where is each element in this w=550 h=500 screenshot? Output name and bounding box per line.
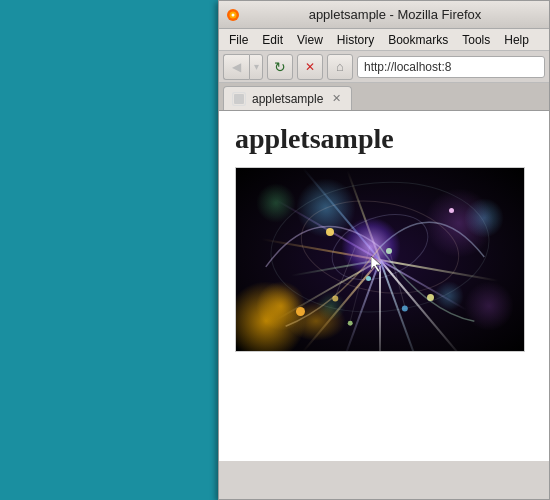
firefox-icon bbox=[225, 7, 241, 23]
menu-edit[interactable]: Edit bbox=[256, 31, 289, 49]
back-icon: ◀ bbox=[232, 60, 241, 74]
applet-container bbox=[235, 167, 525, 352]
webpage: appletsample bbox=[219, 111, 549, 461]
firefox-window: appletsample - Mozilla Firefox File Edit… bbox=[218, 0, 550, 500]
window-title: appletsample - Mozilla Firefox bbox=[247, 7, 543, 22]
page-heading: appletsample bbox=[235, 123, 533, 155]
home-icon: ⌂ bbox=[336, 59, 344, 74]
back-button[interactable]: ◀ bbox=[223, 54, 249, 80]
page-content: appletsample bbox=[219, 111, 549, 461]
tab-bar: appletsample ✕ bbox=[219, 83, 549, 111]
applet-canvas[interactable] bbox=[236, 168, 524, 351]
menu-bar: File Edit View History Bookmarks Tools H… bbox=[219, 29, 549, 51]
desktop-background bbox=[0, 0, 220, 500]
nav-bar: ◀ ▾ ↻ ✕ ⌂ bbox=[219, 51, 549, 83]
tab-close-button[interactable]: ✕ bbox=[329, 92, 343, 106]
stop-button[interactable]: ✕ bbox=[297, 54, 323, 80]
forward-button[interactable]: ▾ bbox=[249, 54, 263, 80]
menu-bookmarks[interactable]: Bookmarks bbox=[382, 31, 454, 49]
url-input[interactable] bbox=[357, 56, 545, 78]
tab-favicon bbox=[232, 92, 246, 106]
svg-point-13 bbox=[348, 321, 353, 326]
reload-button[interactable]: ↻ bbox=[267, 54, 293, 80]
svg-point-11 bbox=[402, 305, 408, 311]
home-button[interactable]: ⌂ bbox=[327, 54, 353, 80]
svg-point-9 bbox=[332, 296, 338, 302]
tab-appletsample[interactable]: appletsample ✕ bbox=[223, 86, 352, 110]
forward-icon: ▾ bbox=[254, 61, 259, 72]
svg-point-2 bbox=[232, 13, 235, 16]
svg-line-12 bbox=[350, 245, 370, 321]
svg-rect-4 bbox=[234, 94, 244, 104]
menu-help[interactable]: Help bbox=[498, 31, 535, 49]
menu-view[interactable]: View bbox=[291, 31, 329, 49]
menu-file[interactable]: File bbox=[223, 31, 254, 49]
back-forward-group: ◀ ▾ bbox=[223, 54, 263, 80]
tab-label: appletsample bbox=[252, 92, 323, 106]
reload-icon: ↻ bbox=[274, 59, 286, 75]
menu-history[interactable]: History bbox=[331, 31, 380, 49]
title-bar: appletsample - Mozilla Firefox bbox=[219, 1, 549, 29]
menu-tools[interactable]: Tools bbox=[456, 31, 496, 49]
svg-line-10 bbox=[390, 252, 405, 306]
stop-icon: ✕ bbox=[305, 60, 315, 74]
